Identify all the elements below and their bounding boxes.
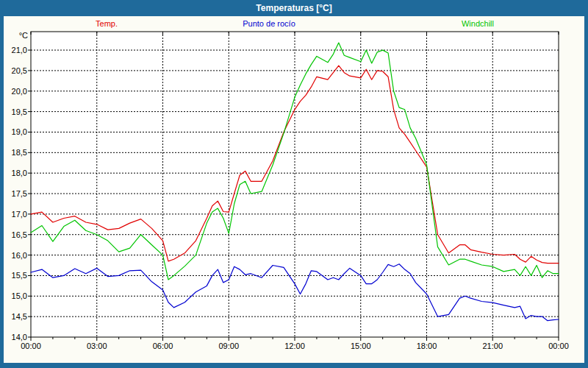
x-tick-time-label: 00:00 [548, 342, 569, 350]
x-tick-time-label: 21:00 [482, 342, 503, 350]
x-tick-time-label: 03:00 [87, 342, 107, 350]
x-tick-time-label: 12:00 [284, 342, 305, 350]
y-tick-label: 15,5 [12, 271, 27, 280]
x-tick-time-label: 09:00 [218, 342, 239, 350]
y-tick-label: 16,0 [12, 251, 27, 260]
y-tick-label: 20,0 [12, 87, 27, 96]
y-tick-label: 16,5 [12, 230, 27, 239]
temperature-chart: 21,020,520,019,519,018,518,017,517,016,5… [0, 0, 588, 352]
y-tick-label: 17,5 [12, 189, 27, 198]
y-tick-label: 18,0 [12, 169, 27, 177]
y-tick-label: 19,0 [12, 127, 27, 136]
y-tick-label: 15,0 [12, 291, 27, 300]
weather-chart-window: Temperaturas [°C] Temp. Punto de rocío W… [0, 0, 588, 368]
y-tick-label: 14,0 [12, 333, 27, 342]
y-tick-label: 18,5 [12, 148, 27, 157]
y-axis-unit-label: °C [19, 31, 28, 40]
y-tick-label: 14,5 [12, 312, 27, 321]
x-tick-time-label: 06:00 [153, 342, 173, 350]
x-tick-time-label: 15:00 [351, 342, 371, 350]
y-tick-label: 21,0 [12, 46, 27, 54]
x-tick-time-label: 18:00 [417, 342, 437, 350]
y-tick-label: 19,5 [12, 107, 27, 116]
x-tick-time-label: 00:00 [21, 342, 41, 350]
y-tick-label: 20,5 [12, 66, 27, 75]
y-tick-label: 17,0 [12, 210, 27, 219]
